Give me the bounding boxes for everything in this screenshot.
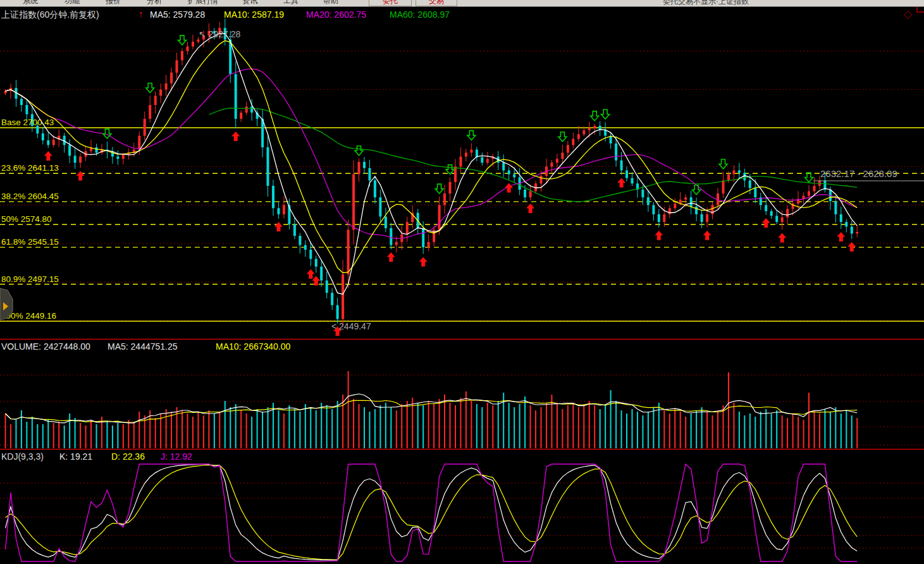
buy-arrow: [307, 269, 315, 279]
menu-red-button-0[interactable]: 委托: [369, 0, 412, 6]
candlesticks: [4, 18, 859, 327]
buy-arrow: [274, 222, 283, 231]
sell-arrow: [435, 184, 443, 193]
svg-text:↖ 2927.28: ↖ 2927.28: [199, 29, 240, 39]
volume-gridlines: [0, 375, 924, 445]
sell-arrow: [355, 146, 363, 156]
kdj-k-line: [6, 464, 858, 560]
menu-item-4[interactable]: 扩展行情: [188, 0, 218, 6]
svg-text:50% 2574.80: 50% 2574.80: [1, 214, 52, 224]
kdj-k-label: K: 19.21: [59, 451, 92, 462]
sell-arrow: [103, 129, 111, 138]
volume-ma10-line: [6, 400, 858, 422]
svg-text:Base 2700.43: Base 2700.43: [1, 118, 54, 127]
sell-arrow: [805, 173, 813, 182]
volume-ma10-label: MA10: 2667340.00: [216, 341, 290, 352]
buy-arrow: [387, 252, 395, 262]
buy-arrow: [655, 231, 663, 240]
ma20-value-label: MA20: 2602.75: [306, 9, 366, 20]
buy-arrow: [231, 132, 240, 141]
ma5-line: [6, 34, 858, 295]
menu-item-2[interactable]: 报价: [106, 0, 121, 6]
svg-text:23.6% 2641.13: 23.6% 2641.13: [1, 163, 59, 173]
volume-ma5-label: MA5: 2444751.25: [108, 341, 178, 352]
ma20-line: [6, 69, 858, 238]
volume-ma5-line: [6, 394, 858, 423]
menu-item-3[interactable]: 分析: [147, 0, 162, 6]
menu-item-1[interactable]: 功能: [65, 0, 80, 6]
annotations: ↖ 2927.28< 2449.472632.17 - 2628.09: [199, 29, 924, 331]
menu-red-button-1[interactable]: 交易: [416, 0, 457, 6]
price-gridlines: [0, 51, 924, 321]
ma5-value-label: MA5: 2579.28: [150, 9, 205, 20]
chart-canvas: Base 2700.4323.6% 2641.1338.2% 2604.4550…: [0, 0, 924, 564]
buy-arrow: [617, 178, 625, 188]
fibonacci-labels: Base 2700.4323.6% 2641.1338.2% 2604.4550…: [1, 118, 59, 321]
svg-text:2632.17 - 2628.09: 2632.17 - 2628.09: [820, 168, 897, 179]
diamond-icon[interactable]: ◇: [904, 8, 912, 21]
buy-arrow: [44, 151, 52, 161]
sell-arrow: [591, 111, 599, 121]
sell-arrow: [558, 132, 567, 142]
svg-text:< 2449.47: < 2449.47: [331, 321, 371, 331]
trading-app-window: { "menu_bar": { "items": [ {"label":"系统"…: [0, 0, 924, 564]
sell-arrow: [178, 35, 187, 45]
sell-arrow: [693, 185, 701, 195]
sell-arrow: [446, 165, 454, 175]
ma60-value-label: MA60: 2608.97: [390, 9, 450, 20]
buy-arrow: [762, 218, 770, 228]
volume-bars: [6, 371, 858, 448]
buy-arrow: [703, 231, 711, 240]
sell-arrow: [719, 159, 727, 169]
svg-text:38.2% 2604.45: 38.2% 2604.45: [1, 192, 59, 201]
buy-arrow: [778, 233, 786, 242]
instrument-title: 上证指数(60分钟.前复权): [1, 9, 99, 21]
chart-title-bar: 上证指数(60分钟.前复权) ↑ MA5: 2579.28 MA10: 2587…: [0, 8, 924, 21]
ma10-line: [6, 40, 858, 273]
kdj-pane-title: KDJ(9,3,3) K: 19.21 D: 22.36 J: 12.92: [0, 451, 924, 463]
volume-pane-title: VOLUME: 2427448.00 MA5: 2444751.25 MA10:…: [0, 341, 924, 353]
menu-item-5[interactable]: 资讯: [242, 0, 257, 6]
menu-item-7[interactable]: 帮助: [323, 0, 338, 6]
buy-arrow: [505, 183, 513, 192]
up-arrow-icon: ↑: [139, 8, 144, 19]
sell-arrow: [601, 109, 610, 119]
buy-arrow: [526, 204, 534, 213]
menu-item-0[interactable]: 系统: [23, 0, 38, 6]
menu-item-6[interactable]: 工具: [283, 0, 299, 6]
buy-arrow: [837, 232, 845, 242]
volume-value-label: VOLUME: 2427448.00: [1, 341, 90, 352]
kdj-d-label: D: 22.36: [111, 451, 145, 462]
sell-arrow: [467, 131, 476, 140]
pane-separators: [0, 340, 924, 450]
svg-text:80.9% 2497.15: 80.9% 2497.15: [1, 274, 59, 284]
buy-arrow: [77, 171, 85, 181]
sell-arrow: [146, 83, 154, 93]
kdj-params-label: KDJ(9,3,3): [1, 451, 44, 462]
ma10-value-label: MA10: 2587.19: [224, 9, 284, 20]
buy-arrow: [419, 257, 428, 267]
menu-right-text: 委托交易不显示·上证指数: [663, 0, 749, 7]
menu-bar: 委托交易不显示·上证指数 系统功能报价分析扩展行情资讯工具帮助委托交易: [0, 0, 924, 7]
svg-text:61.8% 2545.15: 61.8% 2545.15: [1, 237, 59, 247]
kdj-j-label: J: 12.92: [161, 451, 192, 462]
